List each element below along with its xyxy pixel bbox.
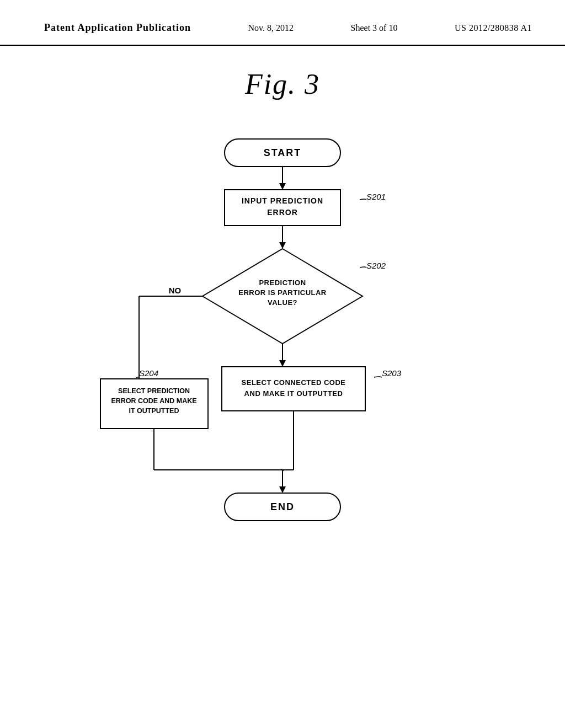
sheet-label: Sheet 3 of 10 — [351, 23, 398, 33]
page: Patent Application Publication Nov. 8, 2… — [0, 0, 565, 728]
svg-text:S202: S202 — [366, 261, 386, 270]
flowchart-svg: START S201 INPUT PREDICTION ERROR S202 P… — [89, 128, 476, 602]
svg-text:SELECT CONNECTED CODE: SELECT CONNECTED CODE — [242, 378, 346, 387]
svg-text:NO: NO — [169, 286, 182, 295]
figure-title: Fig. 3 — [0, 68, 565, 100]
patent-number-label: US 2012/280838 A1 — [455, 23, 532, 33]
flowchart-container: START S201 INPUT PREDICTION ERROR S202 P… — [89, 128, 476, 602]
svg-text:ERROR: ERROR — [267, 208, 298, 217]
patent-publication-label: Patent Application Publication — [44, 22, 191, 34]
header: Patent Application Publication Nov. 8, 2… — [0, 0, 565, 46]
svg-marker-3 — [279, 183, 286, 190]
svg-text:PREDICTION: PREDICTION — [259, 279, 306, 287]
svg-text:VALUE?: VALUE? — [268, 298, 297, 307]
svg-text:ERROR IS PARTICULAR: ERROR IS PARTICULAR — [238, 288, 327, 297]
svg-text:INPUT PREDICTION: INPUT PREDICTION — [242, 196, 323, 205]
svg-text:S204: S204 — [139, 368, 158, 378]
svg-marker-9 — [279, 242, 286, 249]
svg-text:S203: S203 — [382, 368, 402, 378]
date-label: Nov. 8, 2012 — [248, 23, 294, 33]
svg-text:AND MAKE IT OUTPUTTED: AND MAKE IT OUTPUTTED — [244, 389, 343, 398]
svg-text:ERROR CODE AND MAKE: ERROR CODE AND MAKE — [111, 397, 196, 405]
svg-text:S201: S201 — [366, 192, 386, 201]
svg-text:IT OUTPUTTED: IT OUTPUTTED — [129, 407, 179, 415]
svg-text:SELECT PREDICTION: SELECT PREDICTION — [118, 387, 190, 395]
svg-rect-28 — [222, 367, 365, 411]
svg-text:START: START — [264, 147, 302, 158]
svg-text:END: END — [270, 501, 295, 512]
svg-marker-26 — [279, 360, 286, 367]
svg-marker-36 — [279, 486, 286, 493]
